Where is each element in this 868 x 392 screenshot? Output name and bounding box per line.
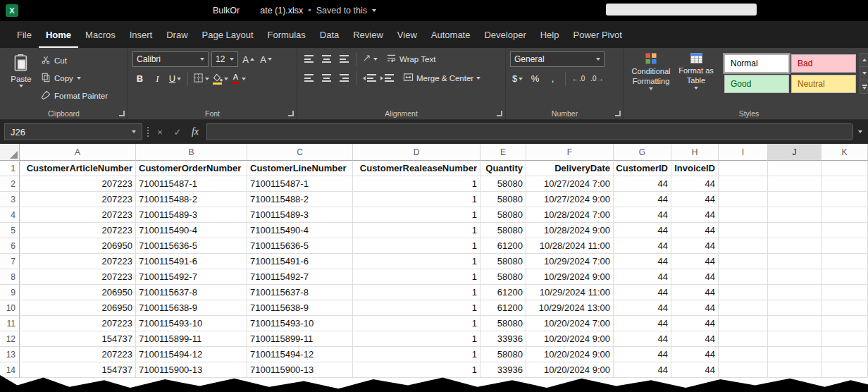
cell-B6[interactable]: 7100115636-5 bbox=[136, 238, 247, 254]
cell-D10[interactable]: 1 bbox=[353, 300, 480, 316]
merge-center-button[interactable]: Merge & Center bbox=[403, 73, 480, 83]
column-header-j[interactable]: J bbox=[768, 144, 822, 161]
row-header-14[interactable]: 14 bbox=[0, 362, 20, 378]
cell-G11[interactable]: 44 bbox=[614, 316, 671, 331]
cell-E3[interactable]: 58080 bbox=[480, 192, 526, 207]
cell-B11[interactable]: 7100115493-10 bbox=[136, 316, 247, 331]
cell-G6[interactable]: 44 bbox=[614, 238, 671, 254]
row-header-8[interactable]: 8 bbox=[0, 269, 20, 285]
cell-E8[interactable]: 58080 bbox=[480, 269, 526, 285]
cell-A7[interactable]: 207223 bbox=[20, 254, 136, 269]
shrink-font-button[interactable]: A bbox=[259, 52, 273, 67]
cell-K13[interactable] bbox=[822, 347, 868, 362]
comma-style-button[interactable]: , bbox=[545, 71, 560, 86]
cell-F8[interactable]: 10/29/2024 9:00 bbox=[526, 269, 614, 285]
cell-C5[interactable]: 7100115490-4 bbox=[247, 223, 353, 238]
cell-H7[interactable]: 44 bbox=[671, 254, 719, 269]
cell-E12[interactable]: 33936 bbox=[480, 331, 526, 347]
formula-bar-expand-icon[interactable] bbox=[858, 130, 862, 133]
cell-C10[interactable]: 7100115638-9 bbox=[247, 300, 353, 316]
cell-K5[interactable] bbox=[822, 223, 868, 238]
cell-C13[interactable]: 7100115494-12 bbox=[247, 347, 353, 362]
cell-J13[interactable] bbox=[768, 347, 822, 362]
cell-C3[interactable]: 7100115488-2 bbox=[247, 192, 353, 207]
cell-D12[interactable]: 1 bbox=[353, 331, 480, 347]
cell-K2[interactable] bbox=[822, 176, 868, 192]
cell-H2[interactable]: 44 bbox=[671, 176, 719, 192]
cell-J4[interactable] bbox=[768, 207, 822, 223]
cell-E11[interactable]: 58080 bbox=[480, 316, 526, 331]
cell-A11[interactable]: 207223 bbox=[20, 316, 136, 331]
align-bottom-button[interactable] bbox=[337, 51, 352, 66]
cell-E6[interactable]: 61200 bbox=[480, 238, 526, 254]
cell-B2[interactable]: 7100115487-1 bbox=[136, 176, 247, 192]
cell-B3[interactable]: 7100115488-2 bbox=[136, 192, 247, 207]
cell-H8[interactable]: 44 bbox=[671, 269, 719, 285]
cell-F6[interactable]: 10/28/2024 11:00 bbox=[526, 238, 614, 254]
underline-button[interactable]: U bbox=[168, 71, 182, 86]
cell-F7[interactable]: 10/29/2024 7:00 bbox=[526, 254, 614, 269]
cell-J14[interactable] bbox=[768, 362, 822, 378]
cell-H13[interactable]: 44 bbox=[671, 347, 719, 362]
cell-E10[interactable]: 61200 bbox=[480, 300, 526, 316]
cell-G7[interactable]: 44 bbox=[614, 254, 671, 269]
percent-style-button[interactable]: % bbox=[528, 71, 542, 86]
cell-K11[interactable] bbox=[822, 316, 868, 331]
cell-B9[interactable]: 7100115637-8 bbox=[136, 285, 247, 300]
cell-H10[interactable]: 44 bbox=[671, 300, 719, 316]
cell-A13[interactable]: 207223 bbox=[20, 347, 136, 362]
cell-K12[interactable] bbox=[822, 331, 868, 347]
menu-tab-view[interactable]: View bbox=[390, 21, 424, 48]
row-header-13[interactable]: 13 bbox=[0, 347, 20, 362]
cell-I12[interactable] bbox=[719, 331, 768, 347]
cell-H3[interactable]: 44 bbox=[671, 192, 719, 207]
drag-handle[interactable] bbox=[147, 127, 149, 137]
enter-button[interactable]: ✓ bbox=[171, 127, 184, 137]
cell-E1[interactable]: Quantity bbox=[480, 161, 526, 176]
column-header-k[interactable]: K bbox=[822, 144, 868, 161]
style-normal[interactable]: Normal bbox=[724, 54, 789, 73]
dialog-launcher-icon[interactable] bbox=[288, 111, 294, 116]
cell-F2[interactable]: 10/27/2024 7:00 bbox=[526, 176, 614, 192]
row-header-9[interactable]: 9 bbox=[0, 285, 20, 300]
grow-font-button[interactable]: A bbox=[241, 52, 256, 67]
column-header-d[interactable]: D bbox=[353, 144, 480, 161]
cell-H6[interactable]: 44 bbox=[671, 238, 719, 254]
cell-I11[interactable] bbox=[719, 316, 768, 331]
cell-J1[interactable] bbox=[768, 161, 822, 176]
cell-I3[interactable] bbox=[719, 192, 768, 207]
cell-B12[interactable]: 7100115899-11 bbox=[136, 331, 247, 347]
excel-logo-icon[interactable]: X bbox=[6, 4, 18, 17]
cell-K7[interactable] bbox=[822, 254, 868, 269]
format-painter-button[interactable]: Format Painter bbox=[41, 88, 108, 103]
cell-G10[interactable]: 44 bbox=[614, 300, 671, 316]
column-header-a[interactable]: A bbox=[20, 144, 136, 161]
cell-D3[interactable]: 1 bbox=[353, 192, 480, 207]
cell-G12[interactable]: 44 bbox=[614, 331, 671, 347]
menu-tab-draw[interactable]: Draw bbox=[159, 21, 194, 48]
cell-H4[interactable]: 44 bbox=[671, 207, 719, 223]
cell-A1[interactable]: CustomerArticleNumber bbox=[20, 161, 136, 176]
menu-tab-power-pivot[interactable]: Power Pivot bbox=[566, 21, 628, 48]
cell-A2[interactable]: 207223 bbox=[20, 176, 136, 192]
align-middle-button[interactable] bbox=[319, 51, 334, 66]
row-header-6[interactable]: 6 bbox=[0, 238, 20, 254]
cell-F10[interactable]: 10/29/2024 13:00 bbox=[526, 300, 614, 316]
cell-J12[interactable] bbox=[768, 331, 822, 347]
name-box[interactable]: J26 bbox=[4, 123, 142, 140]
cell-C4[interactable]: 7100115489-3 bbox=[247, 207, 353, 223]
cut-button[interactable]: Cut bbox=[41, 53, 108, 68]
menu-tab-home[interactable]: Home bbox=[39, 21, 78, 48]
cell-J2[interactable] bbox=[768, 176, 822, 192]
bold-button[interactable]: B bbox=[132, 71, 147, 86]
cell-A5[interactable]: 207223 bbox=[20, 223, 136, 238]
cell-K8[interactable] bbox=[822, 269, 868, 285]
cell-G2[interactable]: 44 bbox=[614, 176, 671, 192]
menu-tab-insert[interactable]: Insert bbox=[123, 21, 160, 48]
select-all-corner[interactable] bbox=[0, 144, 20, 161]
row-header-10[interactable]: 10 bbox=[0, 300, 20, 316]
cell-A12[interactable]: 154737 bbox=[20, 331, 136, 347]
cell-A9[interactable]: 206950 bbox=[20, 285, 136, 300]
style-neutral[interactable]: Neutral bbox=[791, 75, 856, 93]
cell-H12[interactable]: 44 bbox=[671, 331, 719, 347]
